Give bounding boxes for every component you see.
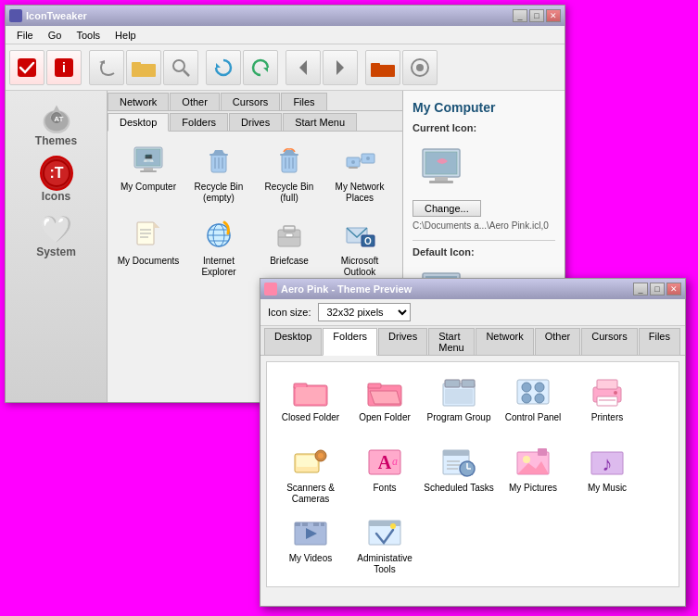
preview-icon-admin-tools[interactable]: Administative Tools	[349, 510, 421, 579]
preview-tab-folders[interactable]: Folders	[323, 328, 377, 356]
svg-rect-90	[597, 396, 617, 406]
icon-ms-outlook[interactable]: O Microsoft Outlook	[326, 213, 393, 283]
toolbar-folder-button[interactable]	[126, 50, 161, 85]
preview-tab-other[interactable]: Other	[535, 328, 581, 355]
toolbar-forward-button[interactable]	[323, 50, 358, 85]
preview-maximize-button[interactable]: □	[650, 283, 665, 295]
preview-tab-startmenu[interactable]: Start Menu	[428, 328, 475, 355]
tab-folders[interactable]: Folders	[170, 113, 228, 131]
preview-icon-my-videos[interactable]: My Videos	[274, 510, 347, 579]
preview-icon-my-pictures[interactable]: My Pictures	[497, 440, 569, 509]
svg-rect-80	[445, 380, 460, 387]
svg-rect-77	[368, 383, 381, 388]
icons-btn-shape: :T	[40, 156, 73, 191]
sidebar-item-themes[interactable]: AT Themes	[12, 98, 101, 150]
heart-icon: 🤍	[40, 214, 72, 245]
toolbar-search-button[interactable]	[163, 50, 198, 85]
toolbar-undo-button[interactable]	[89, 50, 124, 85]
preview-tab-cursors[interactable]: Cursors	[581, 328, 638, 355]
close-button[interactable]: ✕	[546, 9, 561, 22]
icon-recycle-full[interactable]: Recycle Bin (full)	[256, 139, 323, 209]
svg-rect-24	[144, 168, 153, 170]
svg-point-109	[523, 456, 530, 463]
program-group-icon	[440, 373, 477, 410]
tab-startmenu[interactable]: Start Menu	[283, 113, 357, 131]
tab-network[interactable]: Network	[108, 93, 169, 110]
svg-text:O: O	[364, 236, 372, 246]
toolbar-open-button[interactable]	[365, 50, 400, 85]
preview-tab-drives[interactable]: Drives	[378, 328, 427, 355]
preview-close-button[interactable]: ✕	[666, 283, 681, 295]
preview-tab-desktop[interactable]: Desktop	[264, 328, 322, 355]
control-panel-label: Control Panel	[505, 412, 562, 423]
maximize-button[interactable]: □	[529, 9, 544, 22]
my-computer-icon: 💻	[130, 143, 167, 180]
preview-tab-network[interactable]: Network	[476, 328, 533, 355]
preview-title-bar: Aero Pink - Theme Preview _ □ ✕	[260, 279, 685, 299]
toolbar-check-button[interactable]	[9, 50, 44, 85]
icon-network-places[interactable]: My Network Places	[326, 139, 393, 209]
internet-explorer-icon	[200, 217, 237, 254]
preview-icon-my-music[interactable]: ♪ My Music	[571, 440, 643, 509]
tab-desktop[interactable]: Desktop	[108, 113, 169, 132]
svg-rect-59	[286, 233, 293, 237]
svg-marker-7	[216, 63, 221, 68]
svg-rect-66	[435, 177, 448, 181]
sidebar-item-system[interactable]: 🤍 System	[12, 209, 101, 261]
tab-other[interactable]: Other	[170, 93, 220, 110]
open-folder-label: Open Folder	[359, 412, 411, 423]
menu-tools[interactable]: Tools	[69, 28, 108, 43]
preview-minimize-button[interactable]: _	[633, 283, 648, 295]
toolbar-refresh1-button[interactable]	[206, 50, 241, 85]
fonts-label: Fonts	[373, 483, 396, 494]
toolbar-back-button[interactable]	[286, 50, 321, 85]
themes-icon: AT	[40, 101, 73, 134]
toolbar-refresh2-button[interactable]	[243, 50, 278, 85]
scanners-icon	[292, 444, 329, 481]
minimize-button[interactable]: _	[513, 9, 527, 22]
svg-rect-82	[445, 389, 473, 404]
svg-rect-81	[462, 380, 475, 387]
preview-icon-fonts[interactable]: A a Fonts	[349, 440, 421, 509]
tab-cursors[interactable]: Cursors	[221, 93, 281, 110]
briefcase-icon	[271, 217, 308, 254]
icon-recycle-empty[interactable]: Recycle Bin (empty)	[185, 139, 252, 209]
preview-tab-files[interactable]: Files	[639, 328, 680, 355]
preview-icon-printers[interactable]: Printers	[571, 370, 643, 438]
svg-marker-78	[370, 391, 400, 404]
preview-icon-closed-folder[interactable]: Closed Folder	[274, 370, 347, 438]
preview-icon-open-folder[interactable]: Open Folder	[349, 370, 421, 438]
tabs-top: Network Other Cursors Files	[108, 91, 402, 111]
tab-drives[interactable]: Drives	[229, 113, 282, 131]
preview-icon-scanners[interactable]: Scanners & Cameras	[274, 440, 347, 509]
menu-help[interactable]: Help	[108, 28, 144, 43]
svg-rect-67	[429, 181, 453, 183]
svg-point-5	[173, 60, 184, 71]
default-icon-label: Default Icon:	[412, 246, 555, 258]
tab-files[interactable]: Files	[281, 93, 326, 110]
preview-icon-program-group[interactable]: Program Group	[423, 370, 495, 438]
menu-go[interactable]: Go	[41, 28, 70, 43]
closed-folder-label: Closed Folder	[282, 412, 339, 423]
icon-my-computer[interactable]: 💻 My Computer	[115, 139, 182, 209]
svg-point-91	[614, 391, 617, 395]
svg-marker-28	[213, 150, 224, 154]
icon-briefcase[interactable]: Briefcase	[256, 213, 323, 283]
toolbar-info-button[interactable]: i	[46, 50, 82, 85]
toolbar-save-button[interactable]	[402, 50, 438, 85]
network-places-icon	[341, 143, 378, 180]
change-icon-button[interactable]: Change...	[412, 200, 481, 217]
sidebar-item-icons[interactable]: :T Icons	[12, 154, 101, 206]
icon-size-select[interactable]: 32x32 pixels 16x16 pixels 48x48 pixels	[318, 303, 411, 321]
icon-my-documents[interactable]: My Documents	[115, 213, 182, 283]
preview-title-buttons: _ □ ✕	[633, 283, 681, 295]
svg-rect-25	[140, 170, 157, 172]
preview-icon-control-panel[interactable]: Control Panel	[497, 370, 569, 438]
icon-internet-explorer[interactable]: Internet Explorer	[185, 213, 252, 283]
scheduled-tasks-icon	[440, 444, 477, 481]
preview-tabs: Desktop Folders Drives Start Menu Networ…	[260, 326, 685, 356]
fonts-icon: A a	[366, 444, 403, 481]
svg-point-84	[522, 383, 531, 392]
menu-file[interactable]: File	[9, 28, 41, 43]
preview-icon-scheduled-tasks[interactable]: Scheduled Tasks	[423, 440, 495, 509]
